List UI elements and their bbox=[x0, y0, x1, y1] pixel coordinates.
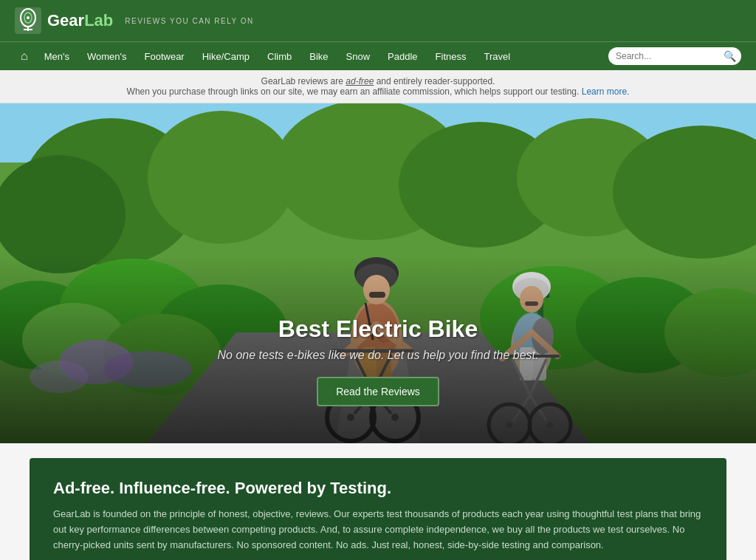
affiliate-line1: GearLab reviews are ad-free and entirely… bbox=[15, 76, 741, 86]
nav-hikecamp[interactable]: Hike/Camp bbox=[195, 48, 257, 65]
nav-womens[interactable]: Women's bbox=[80, 48, 134, 65]
svg-point-9 bbox=[148, 111, 295, 244]
affiliate-line2: When you purchase through links on our s… bbox=[15, 86, 741, 97]
nav-snow[interactable]: Snow bbox=[339, 48, 378, 65]
search-icon: 🔍 bbox=[724, 50, 736, 62]
nav-mens[interactable]: Men's bbox=[37, 48, 77, 65]
logo-tagline: REVIEWS YOU CAN RELY ON bbox=[125, 17, 254, 25]
header: GearLab REVIEWS YOU CAN RELY ON bbox=[0, 0, 756, 41]
hero-title: Best Electric Bike bbox=[0, 315, 756, 343]
hero-subtitle: No one tests e-bikes like we do. Let us … bbox=[0, 349, 756, 362]
nav-paddle[interactable]: Paddle bbox=[380, 48, 425, 65]
logo-text: GearLab bbox=[47, 11, 113, 30]
nav-travel[interactable]: Travel bbox=[476, 48, 518, 65]
info-section: Ad-free. Influence-free. Powered by Test… bbox=[30, 458, 726, 560]
nav-home-icon[interactable]: ⌂ bbox=[15, 47, 34, 66]
logo-gear: Gear bbox=[47, 11, 84, 30]
nav-climb[interactable]: Climb bbox=[260, 48, 299, 65]
logo-area[interactable]: GearLab REVIEWS YOU CAN RELY ON bbox=[15, 7, 254, 34]
info-title: Ad-free. Influence-free. Powered by Test… bbox=[53, 479, 703, 498]
learn-more-link[interactable]: Learn more. bbox=[582, 86, 630, 97]
nav-footwear[interactable]: Footwear bbox=[137, 48, 192, 65]
search-input[interactable] bbox=[616, 51, 719, 61]
nav-bike[interactable]: Bike bbox=[302, 48, 335, 65]
search-bar[interactable]: 🔍 bbox=[608, 47, 741, 65]
hero-section: Best Electric Bike No one tests e-bikes … bbox=[0, 103, 756, 443]
read-reviews-button[interactable]: Read the Reviews bbox=[317, 377, 439, 406]
hero-content: Best Electric Bike No one tests e-bikes … bbox=[0, 315, 756, 406]
gearlab-logo-icon bbox=[15, 7, 41, 34]
svg-point-5 bbox=[27, 16, 30, 19]
info-body: GearLab is founded on the principle of h… bbox=[53, 507, 703, 553]
nav-fitness[interactable]: Fitness bbox=[428, 48, 474, 65]
logo-lab: Lab bbox=[84, 11, 113, 30]
main-nav: ⌂ Men's Women's Footwear Hike/Camp Climb… bbox=[0, 41, 756, 70]
affiliate-bar: GearLab reviews are ad-free and entirely… bbox=[0, 70, 756, 103]
